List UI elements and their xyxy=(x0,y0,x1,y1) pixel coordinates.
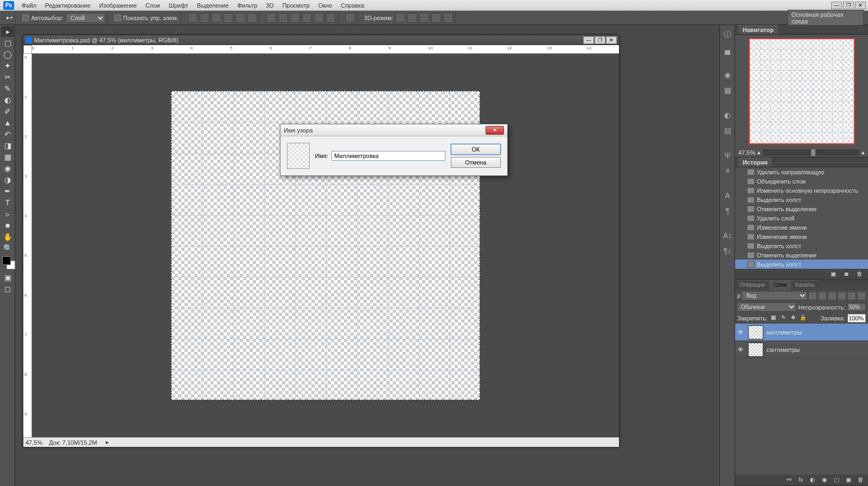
name-field-label: Имя: xyxy=(315,153,328,159)
dialog-overlay: Имя узора ✕ Имя: ОК Отмена xyxy=(0,0,868,486)
pattern-name-dialog: Имя узора ✕ Имя: ОК Отмена xyxy=(280,124,508,176)
dialog-close-button[interactable]: ✕ xyxy=(486,126,504,135)
dialog-titlebar[interactable]: Имя узора ✕ xyxy=(280,124,507,136)
pattern-name-input[interactable] xyxy=(331,151,445,161)
dialog-title-text: Имя узора xyxy=(284,127,312,134)
cancel-button[interactable]: Отмена xyxy=(451,157,501,168)
pattern-preview xyxy=(287,143,310,169)
ok-button[interactable]: ОК xyxy=(451,144,501,155)
